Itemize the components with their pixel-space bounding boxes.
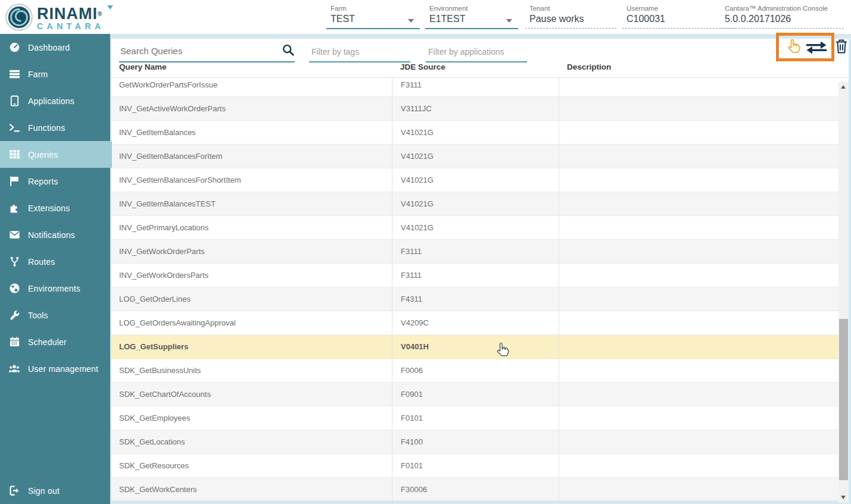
table-row[interactable]: SDK_GetBusinessUnitsF0006 <box>111 359 849 383</box>
sidebar-item-sign-out[interactable]: Sign out <box>0 477 110 504</box>
sidebar-item-scheduler[interactable]: Scheduler <box>0 328 110 355</box>
cell-description <box>559 78 849 97</box>
registered-mark: ® <box>98 11 102 17</box>
sidebar-item-label: Routes <box>28 257 55 267</box>
sidebar-item-dashboard[interactable]: Dashboard <box>0 34 110 61</box>
routes-icon <box>8 256 20 268</box>
brand-trademark-arrow <box>107 5 113 10</box>
table-row[interactable]: SDK_GetChartOfAccountsF0901 <box>111 383 849 406</box>
tenant-label: Tenant <box>525 5 616 12</box>
cell-name: SDK_GetChartOfAccounts <box>111 383 392 406</box>
search-placeholder: Search Queries <box>120 46 182 56</box>
table-header: Query Name JDE Source Description <box>111 62 849 78</box>
table-row[interactable]: LOG_GetOrdersAwaitingApprovalV4209C <box>111 311 849 335</box>
username-label: Username <box>622 5 735 12</box>
trash-icon[interactable] <box>835 39 848 57</box>
table-row[interactable]: GetWorkOrderPartsForIssueF3111 <box>111 78 849 97</box>
table-row[interactable]: SDK_GetEmployeesF0101 <box>111 406 849 430</box>
queries-icon <box>8 149 20 161</box>
table-row[interactable]: INV_GetWorkOrdersPartsF3111 <box>111 264 849 287</box>
scroll-down-arrow-icon[interactable] <box>841 496 846 499</box>
sidebar-item-label: Dashboard <box>28 43 70 52</box>
farm-label: Farm <box>326 5 420 12</box>
cell-name: INV_GetWorkOrdersParts <box>111 264 392 287</box>
cell-name: SDK_GetBusinessUnits <box>111 359 392 383</box>
cell-description <box>559 97 849 121</box>
sidebar-item-routes[interactable]: Routes <box>0 248 110 275</box>
environment-label: Environment <box>425 5 518 12</box>
cell-name: SDK_GetLocations <box>111 430 392 454</box>
console-version-field: Cantara™ Administration Console 5.0.0.20… <box>721 5 844 29</box>
search-icon[interactable] <box>282 43 295 59</box>
cell-description <box>559 478 849 501</box>
environment-select[interactable]: Environment E1TEST <box>425 5 518 29</box>
cell-name: INV_GetItemBalancesForItem <box>111 145 392 168</box>
console-version: 5.0.0.20171026 <box>721 12 844 28</box>
table-row[interactable]: INV_GetItemBalancesV41021G <box>111 121 849 145</box>
table-row[interactable]: INV_GetPrimaryLocationsV41021G <box>111 216 849 240</box>
sidebar-item-functions[interactable]: Functions <box>0 114 110 141</box>
cell-name: INV_GetItemBalancesForShortItem <box>111 168 392 192</box>
sidebar-item-label: Functions <box>28 123 66 133</box>
table-body: GetWorkOrderPartsForIssueF3111INV_GetAct… <box>111 78 849 500</box>
cell-name: LOG_GetOrdersAwaitingApproval <box>111 311 392 335</box>
table-row[interactable]: INV_GetItemBalancesTESTV41021G <box>111 192 849 216</box>
sidebar-item-environments[interactable]: Environments <box>0 275 110 302</box>
sidebar-item-label: Reports <box>28 177 58 186</box>
sidebar-item-notifications[interactable]: Notifications <box>0 221 110 248</box>
scroll-up-arrow-icon[interactable] <box>841 85 846 89</box>
cell-name: SDK_GetResources <box>111 454 392 478</box>
table-row[interactable]: LOG_GetOrderLinesF4311 <box>111 287 849 311</box>
sidebar-item-queries[interactable]: Queries <box>0 141 112 168</box>
table-row[interactable]: INV_GetItemBalancesForItemV41021G <box>111 145 849 168</box>
applications-icon <box>8 95 20 107</box>
username-value: C100031 <box>622 12 735 28</box>
table-row[interactable]: INV_GetWorkOrderPartsF3111 <box>111 240 849 264</box>
sidebar-item-label: Scheduler <box>28 337 67 347</box>
cell-name: LOG_GetOrderLines <box>111 287 392 311</box>
rinami-logo-icon <box>5 3 33 34</box>
filter-applications-input[interactable]: Filter by applications <box>426 42 527 62</box>
touch-icon[interactable] <box>786 38 802 57</box>
sidebar-item-label: Queries <box>28 150 58 159</box>
table-row-selected[interactable]: LOG_GetSuppliersV0401H <box>111 335 849 359</box>
cell-description <box>559 192 849 216</box>
sidebar-item-reports[interactable]: Reports <box>0 168 110 195</box>
sidebar-item-applications[interactable]: Applications <box>0 87 110 114</box>
dashboard-icon <box>8 42 20 54</box>
swap-icon[interactable] <box>805 40 828 57</box>
filter-applications-placeholder: Filter by applications <box>428 47 504 57</box>
sidebar-item-label: Notifications <box>28 230 75 240</box>
chevron-down-icon[interactable] <box>408 19 414 23</box>
table-row[interactable]: SDK_GetLocationsF4100 <box>111 430 849 454</box>
sidebar-item-label: User management <box>28 364 98 374</box>
cell-description <box>559 240 849 264</box>
filter-tags-input[interactable]: Filter by tags <box>309 42 410 62</box>
table-row[interactable]: INV_GetActiveWorkOrderPartsV3111JC <box>111 97 849 121</box>
sidebar-item-farm[interactable]: Farm <box>0 61 110 87</box>
cell-source: F0006 <box>392 359 559 383</box>
column-header-jde-source: JDE Source <box>392 62 559 77</box>
queries-panel: Search Queries Filter by tags Filter by … <box>111 39 849 500</box>
search-input[interactable]: Search Queries <box>119 40 295 62</box>
brand-product: CANTARA <box>37 21 105 31</box>
table-row[interactable]: INV_GetItemBalancesForShortItemV41021G <box>111 168 849 192</box>
scheduler-icon <box>8 336 20 348</box>
cell-source: V3111JC <box>392 97 559 121</box>
environment-value: E1TEST <box>425 12 518 28</box>
sidebar-item-user-management[interactable]: User management <box>0 355 110 382</box>
farm-icon <box>8 68 20 80</box>
sidebar-item-extensions[interactable]: Extensions <box>0 195 110 221</box>
chevron-down-icon[interactable] <box>506 19 512 23</box>
cell-name: INV_GetItemBalances <box>111 121 392 145</box>
table-row[interactable]: SDK_GetResourcesF0101 <box>111 454 849 478</box>
scrollbar-thumb[interactable] <box>839 319 848 480</box>
cell-description <box>559 430 849 454</box>
cell-source: F3111 <box>392 240 559 264</box>
cell-source: V41021G <box>392 192 559 216</box>
sidebar-item-tools[interactable]: Tools <box>0 302 110 328</box>
table-row[interactable]: SDK_GetWorkCentersF30006 <box>111 478 849 500</box>
farm-select[interactable]: Farm TEST <box>326 5 420 29</box>
sidebar-item-label: Applications <box>28 96 74 106</box>
cell-description <box>559 168 849 192</box>
